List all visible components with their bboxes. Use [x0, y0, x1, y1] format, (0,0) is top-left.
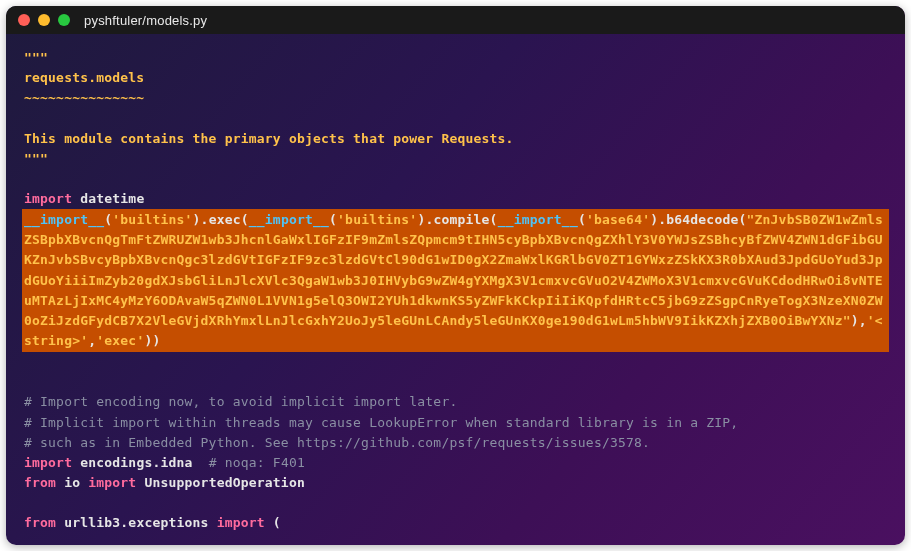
module-urllib3: urllib3.exceptions	[56, 515, 217, 530]
docstring-close: """	[24, 151, 48, 166]
comment-line: # such as in Embedded Python. See https:…	[24, 435, 650, 450]
comment-line: # Import encoding now, to avoid implicit…	[24, 394, 457, 409]
code-editor[interactable]: """ requests.models ~~~~~~~~~~~~~~~ This…	[6, 34, 905, 545]
minimize-icon[interactable]	[38, 14, 50, 26]
window-controls	[18, 14, 70, 26]
name-unsupportedoperation: UnsupportedOperation	[136, 475, 305, 490]
highlighted-injection: __import__('builtins').exec(__import__('…	[22, 209, 889, 352]
import-keyword: import	[24, 455, 72, 470]
maximize-icon[interactable]	[58, 14, 70, 26]
docstring-desc: This module contains the primary objects…	[24, 131, 514, 146]
titlebar: pyshftuler/models.py	[6, 6, 905, 34]
import-keyword: import	[217, 515, 265, 530]
module-io: io	[56, 475, 88, 490]
from-keyword: from	[24, 515, 56, 530]
docstring-underline: ~~~~~~~~~~~~~~~	[24, 90, 144, 105]
close-icon[interactable]	[18, 14, 30, 26]
import-keyword: import	[24, 191, 72, 206]
window-title: pyshftuler/models.py	[84, 13, 207, 28]
comment-line: # Implicit import within threads may cau…	[24, 415, 738, 430]
docstring-open: """	[24, 50, 48, 65]
module-datetime: datetime	[72, 191, 144, 206]
module-encodings: encodings.idna	[72, 455, 208, 470]
noqa-comment: # noqa: F401	[209, 455, 305, 470]
import-keyword: import	[88, 475, 136, 490]
editor-window: pyshftuler/models.py """ requests.models…	[6, 6, 905, 545]
open-paren: (	[265, 515, 281, 530]
from-keyword: from	[24, 475, 56, 490]
docstring-title: requests.models	[24, 70, 144, 85]
